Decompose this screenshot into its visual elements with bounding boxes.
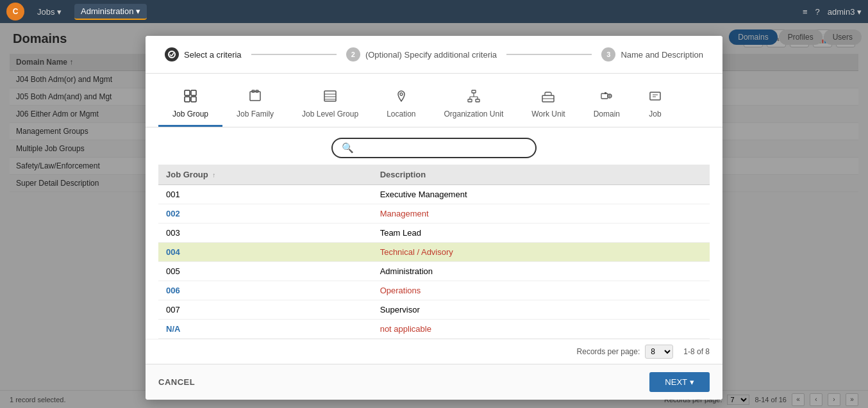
table-row[interactable]: 007Supervisor (158, 300, 710, 320)
svg-rect-15 (472, 90, 476, 93)
code-cell: N/A (158, 320, 372, 339)
tab-job[interactable]: Job (634, 84, 676, 127)
tab-domain[interactable]: Domain (580, 84, 634, 127)
svg-line-2 (172, 53, 174, 56)
user-menu[interactable]: admin3 ▾ (828, 7, 862, 17)
svg-rect-4 (191, 90, 196, 95)
location-icon (394, 89, 408, 106)
data-table: Job Group ↑ Description 001Executive Man… (158, 165, 710, 339)
desc-cell: Management (372, 204, 710, 224)
svg-rect-10 (324, 91, 336, 101)
tab-job-family-label: Job Family (237, 110, 274, 118)
next-arrow-icon: ▾ (690, 377, 694, 387)
step-3-circle: 3 (601, 47, 615, 61)
table-row[interactable]: 006Operations (158, 281, 710, 300)
modal: Select a criteria 2 (Optional) Specify a… (146, 36, 722, 400)
modal-overlay: Select a criteria 2 (Optional) Specify a… (0, 23, 868, 408)
svg-rect-25 (605, 92, 606, 94)
nav-logo: C (6, 3, 24, 20)
table-row[interactable]: 002Management (158, 204, 710, 224)
page-range: 1-8 of 8 (683, 347, 710, 356)
tab-location[interactable]: Location (372, 84, 430, 127)
records-per-page-label: Records per page: (577, 347, 640, 356)
col-description: Description (372, 165, 710, 185)
step-3-label: Name and Description (621, 50, 703, 60)
tab-job-label: Job (649, 110, 661, 118)
nav-tab-jobs[interactable]: Jobs ▾ (31, 4, 68, 19)
tab-work-unit[interactable]: Work Unit (517, 84, 579, 127)
table-row[interactable]: 004Technical / Advisory (158, 243, 710, 262)
svg-rect-5 (185, 97, 190, 102)
code-cell: 007 (158, 300, 372, 320)
search-icon: 🔍 (342, 142, 354, 154)
svg-rect-29 (650, 92, 660, 100)
search-input[interactable] (359, 143, 526, 153)
job-icon (648, 89, 662, 106)
svg-rect-6 (191, 97, 196, 102)
desc-cell: Team Lead (372, 224, 710, 243)
tab-org-unit[interactable]: Organization Unit (430, 84, 518, 127)
nav-right: ≡ ? admin3 ▾ (803, 7, 862, 17)
code-cell: 003 (158, 224, 372, 243)
tab-job-group-label: Job Group (172, 110, 208, 118)
col-job-group[interactable]: Job Group ↑ (158, 165, 372, 185)
tab-org-unit-label: Organization Unit (444, 110, 504, 118)
tab-job-family[interactable]: Job Family (222, 84, 288, 127)
sort-arrow-icon: ↑ (212, 172, 215, 179)
svg-rect-7 (250, 92, 260, 101)
code-cell: 004 (158, 243, 372, 262)
code-cell: 001 (158, 185, 372, 204)
job-group-icon (183, 89, 197, 106)
col-job-group-label: Job Group (166, 170, 208, 179)
step-1-circle (165, 47, 179, 61)
table-row[interactable]: 001Executive Management (158, 185, 710, 204)
svg-point-0 (169, 51, 175, 58)
desc-cell: not applicable (372, 320, 710, 339)
step-2-label: (Optional) Specify additional criteria (365, 50, 497, 60)
help-icon[interactable]: ? (815, 7, 820, 17)
next-button[interactable]: NEXT ▾ (649, 372, 710, 392)
search-box-container: 🔍 (331, 138, 537, 158)
desc-cell: Operations (372, 281, 710, 300)
job-level-group-icon (323, 89, 337, 106)
job-family-icon (248, 89, 262, 106)
svg-rect-24 (601, 94, 608, 99)
code-cell: 002 (158, 204, 372, 224)
tab-job-group[interactable]: Job Group (158, 84, 222, 127)
step-connector-1 (251, 54, 337, 55)
top-nav: C Jobs ▾ Administration ▾ ≡ ? admin3 ▾ (0, 0, 868, 23)
per-page-select[interactable]: 8 16 32 (645, 345, 673, 359)
step-1-label: Select a criteria (184, 50, 242, 60)
step-connector-2 (506, 54, 592, 55)
wizard-steps: Select a criteria 2 (Optional) Specify a… (146, 36, 722, 74)
desc-cell: Supervisor (372, 300, 710, 320)
tab-job-level-group-label: Job Level Group (302, 110, 358, 118)
svg-rect-16 (468, 99, 472, 102)
step-3: 3 Name and Description (601, 47, 703, 61)
tab-job-level-group[interactable]: Job Level Group (288, 84, 372, 127)
step-2: 2 (Optional) Specify additional criteria (346, 47, 497, 61)
table-header-row: Job Group ↑ Description (158, 165, 710, 185)
modal-footer: CANCEL NEXT ▾ (146, 364, 722, 400)
main-background: Domains + ✎ 🗑 📊 ▾ Domains Profiles Users… (0, 23, 868, 408)
desc-cell: Administration (372, 262, 710, 281)
code-cell: 005 (158, 262, 372, 281)
tab-work-unit-label: Work Unit (531, 110, 565, 118)
desc-cell: Executive Management (372, 185, 710, 204)
tab-location-label: Location (387, 110, 415, 118)
svg-rect-3 (185, 90, 190, 95)
domain-icon (599, 89, 613, 106)
cancel-button[interactable]: CANCEL (158, 377, 195, 387)
tab-domain-label: Domain (594, 110, 620, 118)
data-table-container: Job Group ↑ Description 001Executive Man… (146, 165, 722, 339)
step-1: Select a criteria (165, 47, 242, 61)
table-row[interactable]: 005Administration (158, 262, 710, 281)
menu-icon[interactable]: ≡ (803, 7, 808, 17)
criteria-tabs: Job Group Job Family (146, 74, 722, 127)
svg-point-14 (400, 93, 403, 95)
table-row[interactable]: 003Team Lead (158, 224, 710, 243)
nav-tab-administration[interactable]: Administration ▾ (74, 4, 147, 20)
table-row[interactable]: N/Anot applicable (158, 320, 710, 339)
desc-cell: Technical / Advisory (372, 243, 710, 262)
work-unit-icon (541, 89, 555, 106)
